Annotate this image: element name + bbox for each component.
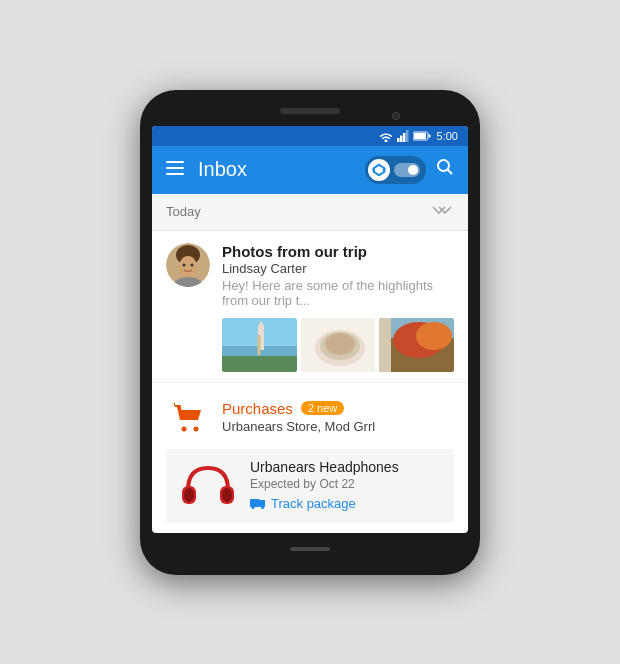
svg-point-17 — [183, 263, 186, 266]
avatar — [166, 243, 210, 287]
svg-marker-44 — [260, 500, 265, 507]
package-info: Urbanears Headphones Expected by Oct 22 … — [250, 459, 442, 513]
svg-rect-6 — [414, 133, 426, 139]
search-icon[interactable] — [436, 158, 454, 181]
status-icons: 5:00 — [379, 130, 458, 142]
toggle-thumb — [408, 165, 418, 175]
svg-point-18 — [191, 263, 194, 266]
email-images — [222, 318, 454, 372]
today-header: Today — [152, 194, 468, 231]
bundle-icon — [368, 159, 390, 181]
toolbar-actions — [365, 156, 454, 184]
mark-read-icon[interactable] — [432, 202, 454, 222]
purchases-label: Purchases — [222, 400, 293, 417]
phone-speaker — [280, 108, 340, 114]
purchases-card[interactable]: Purchases 2 new Urbanears Store, Mod Grr… — [152, 383, 468, 533]
svg-point-42 — [222, 488, 232, 502]
battery-icon — [413, 131, 431, 141]
svg-point-45 — [252, 506, 255, 509]
package-title: Urbanears Headphones — [250, 459, 442, 475]
purchases-meta: Purchases 2 new Urbanears Store, Mod Grr… — [222, 400, 454, 434]
track-row: Track package — [250, 495, 442, 513]
svg-rect-31 — [379, 318, 391, 372]
screen: 5:00 Inbox — [152, 126, 468, 533]
track-link[interactable]: Track package — [271, 496, 356, 511]
package-card[interactable]: Urbanears Headphones Expected by Oct 22 … — [166, 449, 454, 523]
svg-rect-8 — [166, 167, 184, 169]
svg-rect-3 — [406, 130, 409, 142]
bundle-toggle[interactable] — [365, 156, 426, 184]
package-date: Expected by Oct 22 — [250, 477, 442, 491]
svg-point-16 — [179, 256, 197, 278]
purchases-stores: Urbanears Store, Mod Grrl — [222, 419, 454, 434]
svg-rect-24 — [258, 326, 264, 350]
photo-thumb-1 — [222, 318, 297, 372]
cart-icon — [172, 402, 204, 432]
svg-rect-2 — [403, 133, 406, 142]
today-label: Today — [166, 204, 201, 219]
svg-line-13 — [448, 170, 453, 175]
svg-rect-1 — [400, 135, 403, 142]
svg-point-12 — [438, 160, 449, 171]
photo-thumb-3 — [379, 318, 454, 372]
svg-rect-5 — [428, 134, 430, 137]
purchases-header: Purchases 2 new Urbanears Store, Mod Grr… — [166, 395, 454, 439]
status-bar: 5:00 — [152, 126, 468, 146]
photo-thumb-2 — [301, 318, 376, 372]
email-header: Photos from our trip Lindsay Carter Hey!… — [166, 243, 454, 308]
toggle-track — [394, 163, 420, 177]
signal-icon — [397, 130, 409, 142]
svg-point-29 — [325, 333, 355, 355]
svg-point-46 — [261, 506, 264, 509]
svg-rect-43 — [250, 499, 260, 507]
svg-point-36 — [194, 426, 199, 431]
hamburger-menu-icon[interactable] — [166, 159, 184, 180]
svg-point-41 — [184, 488, 194, 502]
cart-icon-wrap — [166, 395, 210, 439]
email-card[interactable]: Photos from our trip Lindsay Carter Hey!… — [152, 231, 468, 383]
svg-point-35 — [182, 426, 187, 431]
toolbar: Inbox — [152, 146, 468, 194]
svg-rect-0 — [397, 138, 400, 142]
headphones-img — [178, 460, 238, 512]
svg-point-34 — [416, 322, 452, 350]
phone-shell: 5:00 Inbox — [140, 90, 480, 575]
toolbar-title: Inbox — [198, 158, 351, 181]
email-preview: Hey! Here are some of the highlights fro… — [222, 278, 454, 308]
truck-icon — [250, 495, 266, 513]
email-sender: Lindsay Carter — [222, 261, 454, 276]
phone-home-bar — [290, 547, 330, 551]
new-badge: 2 new — [301, 401, 344, 415]
phone-camera — [392, 112, 400, 120]
svg-rect-23 — [222, 356, 297, 372]
svg-rect-9 — [166, 173, 184, 175]
wifi-icon — [379, 130, 393, 142]
svg-rect-7 — [166, 161, 184, 163]
status-time: 5:00 — [437, 130, 458, 142]
email-subject: Photos from our trip — [222, 243, 454, 260]
email-meta: Photos from our trip Lindsay Carter Hey!… — [222, 243, 454, 308]
purchases-title-row: Purchases 2 new — [222, 400, 454, 417]
